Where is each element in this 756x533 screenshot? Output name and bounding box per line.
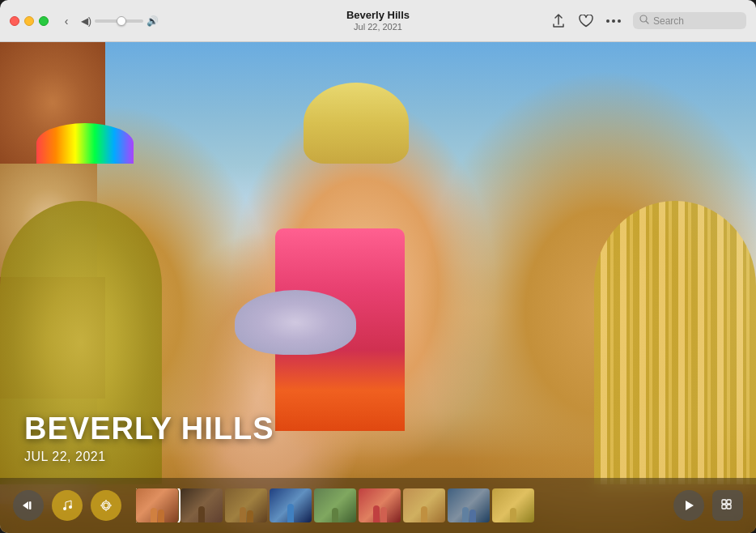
rewind-button[interactable] xyxy=(13,490,44,521)
svg-point-7 xyxy=(63,507,66,510)
thumbnail-8[interactable] xyxy=(448,488,490,522)
svg-rect-16 xyxy=(722,500,726,504)
grid-button[interactable] xyxy=(712,490,743,521)
svg-rect-18 xyxy=(722,505,726,509)
search-placeholder: Search xyxy=(653,15,684,27)
back-button[interactable]: ‹ xyxy=(58,13,74,29)
volume-high-icon: 🔊 xyxy=(147,15,159,27)
thumbnail-9[interactable] xyxy=(492,488,534,522)
svg-rect-6 xyxy=(29,501,32,510)
heart-button[interactable] xyxy=(578,13,594,29)
volume-slider[interactable] xyxy=(95,19,143,23)
more-button[interactable] xyxy=(605,13,622,29)
traffic-lights xyxy=(10,16,49,26)
blonde-hair xyxy=(304,83,409,164)
hat xyxy=(235,290,356,355)
app-window: ‹ ◀) 🔊 Beverly Hills Jul 22, 2021 xyxy=(0,0,756,533)
photo-overlay: BEVERLY HILLS JUL 22, 2021 xyxy=(24,412,274,464)
thumbnails-strip xyxy=(136,488,659,522)
thumbnail-6[interactable] xyxy=(359,488,401,522)
music-button[interactable] xyxy=(52,490,83,521)
overlay-date: JUL 22, 2021 xyxy=(24,450,274,464)
maximize-button[interactable] xyxy=(39,16,49,26)
svg-point-1 xyxy=(612,19,615,23)
svg-rect-17 xyxy=(727,500,731,504)
thumbnail-1[interactable] xyxy=(136,488,178,522)
thumbnail-2[interactable] xyxy=(181,488,223,522)
svg-point-2 xyxy=(618,19,621,23)
titlebar-center: Beverly Hills Jul 22, 2021 xyxy=(346,9,410,32)
play-button[interactable] xyxy=(673,490,704,521)
thumbnail-5[interactable] xyxy=(314,488,356,522)
thumbnail-4[interactable] xyxy=(270,488,312,522)
svg-line-4 xyxy=(647,22,649,24)
effect-button[interactable] xyxy=(91,490,121,521)
main-photo: BEVERLY HILLS JUL 22, 2021 xyxy=(0,42,756,533)
svg-point-8 xyxy=(69,505,72,509)
close-button[interactable] xyxy=(10,16,19,26)
right-sweater xyxy=(594,201,756,484)
titlebar: ‹ ◀) 🔊 Beverly Hills Jul 22, 2021 xyxy=(0,0,756,42)
svg-point-10 xyxy=(104,503,108,508)
thumbnail-3[interactable] xyxy=(225,488,267,522)
share-button[interactable] xyxy=(550,13,567,29)
svg-point-3 xyxy=(640,15,647,22)
minimize-button[interactable] xyxy=(24,16,34,26)
thumbnail-7[interactable] xyxy=(403,488,445,522)
window-title: Beverly Hills xyxy=(346,9,410,22)
svg-marker-5 xyxy=(23,501,28,510)
volume-control: ◀) 🔊 xyxy=(81,15,159,27)
titlebar-actions: Search xyxy=(550,12,746,29)
photo-area: BEVERLY HILLS JUL 22, 2021 xyxy=(0,42,756,533)
overlay-title: BEVERLY HILLS xyxy=(24,412,274,446)
controls-bar xyxy=(0,478,756,533)
window-subtitle: Jul 22, 2021 xyxy=(346,22,410,32)
volume-icon: ◀) xyxy=(81,15,91,27)
svg-rect-19 xyxy=(727,505,731,509)
titlebar-nav: ‹ xyxy=(58,13,74,29)
rainbow-hair xyxy=(36,123,134,164)
svg-point-0 xyxy=(606,19,609,23)
search-icon xyxy=(639,15,649,27)
svg-marker-15 xyxy=(686,501,694,510)
volume-thumb xyxy=(117,16,126,26)
search-bar[interactable]: Search xyxy=(633,12,746,29)
